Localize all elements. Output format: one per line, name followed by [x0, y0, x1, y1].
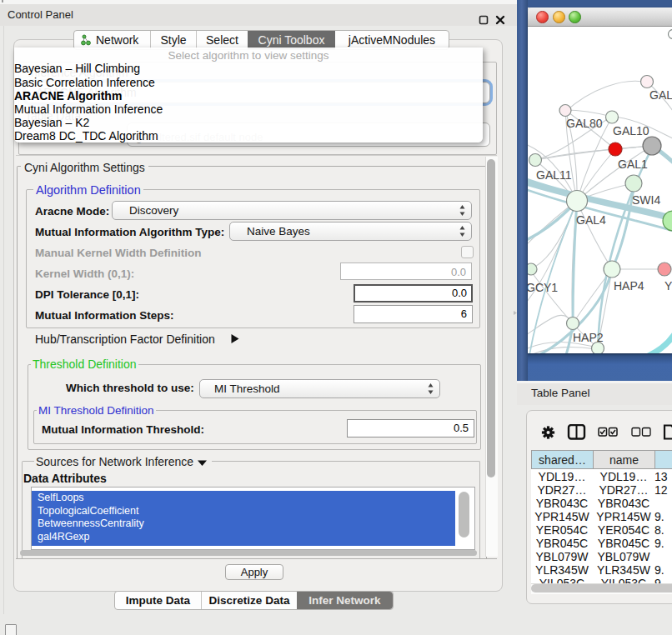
svg-text:GAL10: GAL10	[613, 124, 649, 138]
svg-text:HAP2: HAP2	[573, 331, 604, 344]
svg-text:GAL1: GAL1	[618, 158, 648, 171]
svg-text:GAL80: GAL80	[566, 117, 603, 130]
svg-text:HAP4: HAP4	[614, 279, 644, 292]
svg-text:GCY1: GCY1	[528, 281, 558, 294]
svg-text:Y: Y	[664, 279, 672, 292]
svg-text:GAL: GAL	[649, 88, 672, 102]
svg-text:GAL4: GAL4	[576, 213, 606, 227]
svg-text:GAL11: GAL11	[536, 168, 572, 182]
svg-text:SWI4: SWI4	[632, 193, 660, 207]
